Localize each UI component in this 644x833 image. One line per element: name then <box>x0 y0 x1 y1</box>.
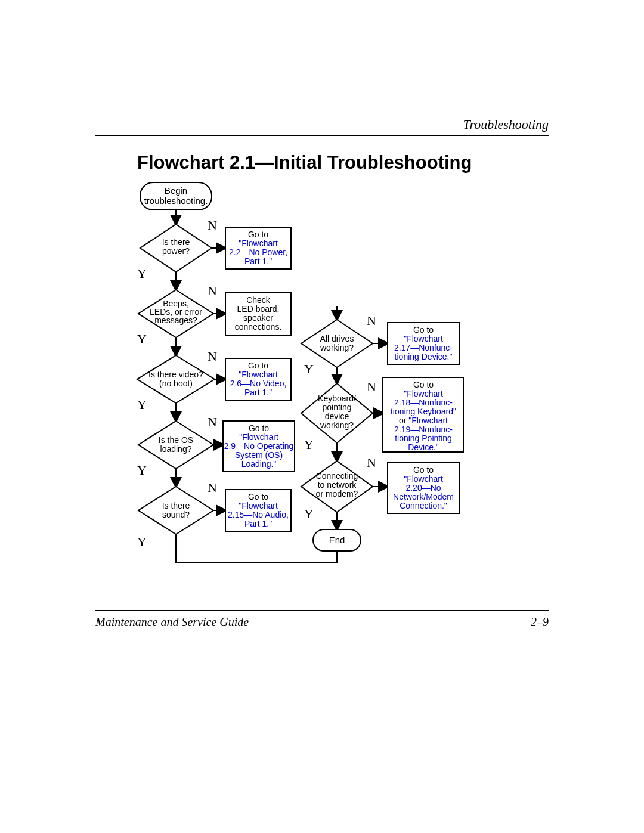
svg-text:N: N <box>208 349 217 364</box>
svg-text:N: N <box>208 283 217 298</box>
svg-text:Go to: Go to <box>248 361 268 370</box>
svg-text:"Flowchart[interactable]: "Flowchart <box>239 432 278 442</box>
svg-text:"Flowchart[interactable]: "Flowchart <box>239 239 278 248</box>
svg-text:Connection."[interactable]: Connection." <box>400 501 447 510</box>
svg-text:Go to: Go to <box>248 230 268 239</box>
svg-text:Is there video?: Is there video? <box>148 370 203 379</box>
svg-text:N: N <box>367 455 376 470</box>
footer-left: Maintenance and Service Guide <box>95 615 249 629</box>
svg-text:or "Flowchart: or "Flowchart <box>399 416 448 425</box>
svg-text:tioning Pointing[interactable]: tioning Pointing <box>395 433 452 443</box>
svg-text:tioning Device."[interactable]: tioning Device." <box>395 352 453 361</box>
svg-text:tioning Keyboard"[interactable]: tioning Keyboard" <box>391 407 456 416</box>
svg-text:to network: to network <box>318 480 357 490</box>
svg-text:device: device <box>325 411 349 421</box>
svg-text:pointing: pointing <box>322 402 351 412</box>
svg-text:N: N <box>367 313 376 328</box>
svg-text:2.20—No[interactable]: 2.20—No <box>405 483 441 493</box>
svg-text:Y: Y <box>137 534 147 549</box>
svg-text:"Flowchart[interactable]: "Flowchart <box>404 389 443 398</box>
svg-text:power?: power? <box>162 246 190 256</box>
flowchart: Begin troubleshooting. Is there power? Y… <box>95 178 549 607</box>
svg-text:Go to: Go to <box>413 465 434 475</box>
page-title: Flowchart 2.1—Initial Troubleshooting <box>137 152 472 174</box>
start-l2: troubleshooting. <box>144 196 208 206</box>
svg-text:working?: working? <box>320 420 354 430</box>
svg-text:2.19—Nonfunc-[interactable]: 2.19—Nonfunc- <box>394 425 453 434</box>
svg-text:Y: Y <box>137 332 147 346</box>
svg-text:"Flowchart[interactable]: "Flowchart <box>404 474 443 484</box>
svg-text:2.2—No Power,[interactable]: 2.2—No Power, <box>229 247 287 257</box>
svg-text:messages?: messages? <box>154 315 197 325</box>
svg-text:N: N <box>208 218 217 233</box>
svg-text:Go to: Go to <box>413 325 434 335</box>
header-rule <box>95 135 549 136</box>
svg-text:All drives: All drives <box>320 334 354 343</box>
svg-text:connections.: connections. <box>235 322 282 332</box>
svg-text:2.9—No Operating[interactable]: 2.9—No Operating <box>224 441 294 451</box>
svg-text:Loading."[interactable]: Loading." <box>242 459 277 469</box>
svg-text:Connecting: Connecting <box>316 471 358 481</box>
footer-rule <box>95 610 549 611</box>
svg-text:loading?: loading? <box>160 444 192 454</box>
svg-text:2.15—No Audio,[interactable]: 2.15—No Audio, <box>228 510 289 519</box>
svg-text:Is there: Is there <box>162 237 190 247</box>
svg-text:N: N <box>208 414 217 429</box>
svg-text:2.6—No Video,[interactable]: 2.6—No Video, <box>230 379 287 388</box>
svg-text:System (OS)[interactable]: System (OS) <box>235 450 283 460</box>
svg-text:Network/Modem[interactable]: Network/Modem <box>393 492 454 501</box>
svg-text:speaker: speaker <box>243 313 273 323</box>
svg-text:End: End <box>329 535 345 545</box>
svg-text:(no boot): (no boot) <box>159 379 193 388</box>
svg-text:N: N <box>208 480 217 495</box>
svg-text:Is the OS: Is the OS <box>159 435 193 445</box>
svg-text:Part 1."[interactable]: Part 1." <box>244 256 272 266</box>
svg-text:2.18—Nonfunc-[interactable]: 2.18—Nonfunc- <box>394 398 453 407</box>
svg-text:Go to: Go to <box>413 380 434 389</box>
svg-text:2.17—Nonfunc-[interactable]: 2.17—Nonfunc- <box>394 343 453 352</box>
header-section: Troubleshooting <box>463 117 549 132</box>
start-l1: Begin <box>165 185 187 196</box>
svg-text:Part 1."[interactable]: Part 1." <box>244 519 272 528</box>
svg-text:Go to: Go to <box>248 492 268 501</box>
svg-text:N: N <box>367 379 376 394</box>
svg-text:Go to: Go to <box>249 423 269 433</box>
svg-text:Check: Check <box>246 295 271 305</box>
svg-text:"Flowchart[interactable]: "Flowchart <box>239 501 278 510</box>
svg-text:"Flowchart[interactable]: "Flowchart <box>239 370 278 379</box>
svg-text:Y: Y <box>137 397 147 412</box>
svg-text:Is there: Is there <box>162 501 190 510</box>
svg-text:Device."[interactable]: Device." <box>408 442 439 452</box>
svg-text:Y: Y <box>137 266 147 281</box>
footer-right: 2–9 <box>531 615 549 629</box>
svg-text:Y: Y <box>304 361 314 376</box>
svg-text:Keyboard/: Keyboard/ <box>318 394 356 403</box>
svg-text:or modem?: or modem? <box>316 489 358 498</box>
svg-text:Y: Y <box>304 437 314 452</box>
svg-text:"Flowchart[interactable]: "Flowchart <box>404 334 443 343</box>
svg-text:working?: working? <box>320 343 354 352</box>
svg-text:sound?: sound? <box>162 510 190 519</box>
svg-text:Part 1."[interactable]: Part 1." <box>244 388 272 397</box>
svg-text:Y: Y <box>304 506 314 521</box>
svg-text:LED board,: LED board, <box>237 304 280 314</box>
svg-text:Y: Y <box>137 463 147 478</box>
